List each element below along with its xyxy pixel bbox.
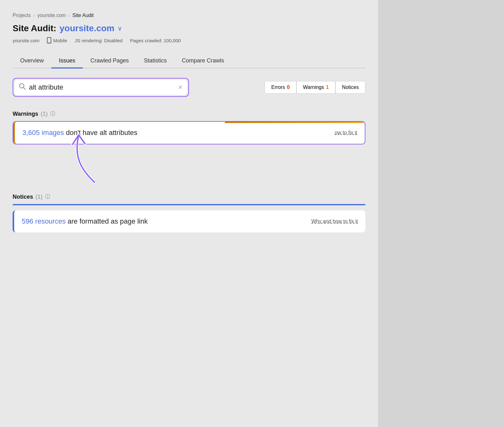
filter-notices[interactable]: Notices bbox=[335, 81, 365, 94]
notices-section-header: Notices (1) ⓘ bbox=[13, 189, 365, 204]
meta-device: Mobile bbox=[47, 37, 67, 44]
warning-fix-link[interactable]: ow to fix it bbox=[335, 130, 357, 136]
warnings-section-label: Warnings bbox=[13, 111, 38, 117]
notices-info-icon[interactable]: ⓘ bbox=[45, 194, 50, 200]
svg-line-3 bbox=[24, 88, 26, 90]
search-box-wrapper: ✕ bbox=[13, 78, 189, 97]
notice-issue-text: 596 resources are formatted as page link bbox=[22, 217, 305, 225]
breadcrumb-projects[interactable]: Projects bbox=[13, 13, 31, 18]
filter-pills: Errors 0 Warnings 1 Notices bbox=[265, 81, 365, 94]
notice-issue-link[interactable]: 596 resources bbox=[22, 217, 66, 225]
breadcrumb: Projects › yoursite.com › Site Audit bbox=[13, 13, 365, 18]
notices-section-label: Notices bbox=[13, 194, 33, 200]
mobile-icon bbox=[47, 37, 51, 44]
device-label: Mobile bbox=[53, 38, 67, 43]
warning-issue-link[interactable]: 3,605 images bbox=[22, 129, 64, 137]
warning-issue-rest: don't have alt attributes bbox=[64, 129, 137, 137]
tab-compare-crawls[interactable]: Compare Crawls bbox=[174, 54, 232, 68]
search-box: ✕ bbox=[14, 80, 187, 95]
warnings-info-icon[interactable]: ⓘ bbox=[50, 111, 55, 117]
page-title-label: Site Audit: bbox=[13, 23, 56, 33]
breadcrumb-sep-1: › bbox=[33, 13, 35, 18]
notice-issue-rest: are formatted as page link bbox=[66, 217, 147, 225]
search-icon bbox=[19, 83, 26, 92]
notices-color-bar bbox=[13, 204, 365, 205]
page-title: Site Audit: yoursite.com ∨ bbox=[13, 23, 365, 33]
tab-crawled-pages[interactable]: Crawled Pages bbox=[83, 54, 136, 68]
meta-site: yoursite.com bbox=[13, 38, 39, 43]
tab-overview[interactable]: Overview bbox=[13, 54, 51, 68]
errors-count: 0 bbox=[287, 85, 290, 90]
warnings-count: 1 bbox=[326, 85, 329, 90]
warning-issue-row: 3,605 images don't have alt attributes o… bbox=[13, 122, 365, 144]
filter-section: ✕ Errors 0 Warnings 1 Notices bbox=[13, 78, 365, 97]
notices-label: Notices bbox=[342, 85, 359, 90]
warning-color-bar bbox=[225, 122, 365, 123]
svg-point-1 bbox=[49, 42, 49, 43]
tab-statistics[interactable]: Statistics bbox=[136, 54, 174, 68]
notice-fix-link[interactable]: Why and how to fix it bbox=[311, 219, 358, 224]
warnings-section-header: Warnings (1) ⓘ bbox=[13, 106, 365, 121]
errors-label: Errors bbox=[271, 85, 285, 90]
filter-errors[interactable]: Errors 0 bbox=[265, 81, 296, 94]
notices-section-count: (1) bbox=[36, 194, 43, 200]
notice-issue-row: 596 resources are formatted as page link… bbox=[13, 210, 365, 232]
warning-issue-wrapper: 3,605 images don't have alt attributes o… bbox=[13, 121, 365, 144]
search-input[interactable] bbox=[29, 83, 175, 91]
tabs-nav: Overview Issues Crawled Pages Statistics… bbox=[13, 54, 365, 68]
site-selector[interactable]: yoursite.com bbox=[60, 23, 114, 33]
warnings-section-count: (1) bbox=[41, 111, 48, 117]
filter-warnings[interactable]: Warnings 1 bbox=[296, 81, 335, 94]
notices-section: Notices (1) ⓘ 596 resources are formatte… bbox=[13, 189, 365, 232]
clear-search-icon[interactable]: ✕ bbox=[178, 84, 183, 91]
warning-issue-highlighted: 3,605 images don't have alt attributes o… bbox=[13, 121, 365, 144]
breadcrumb-site[interactable]: yoursite.com bbox=[37, 13, 66, 18]
tab-issues[interactable]: Issues bbox=[51, 54, 83, 68]
meta-pages-crawled: Pages crawled: 100,000 bbox=[130, 38, 181, 43]
breadcrumb-sep-2: › bbox=[68, 13, 70, 18]
warnings-label: Warnings bbox=[303, 85, 324, 90]
breadcrumb-current: Site Audit bbox=[72, 13, 94, 18]
meta-row: yoursite.com Mobile JS rendering: Disabl… bbox=[13, 37, 365, 44]
site-selector-chevron-icon[interactable]: ∨ bbox=[117, 25, 122, 32]
warning-issue-text: 3,605 images don't have alt attributes bbox=[22, 129, 329, 137]
meta-js-rendering: JS rendering: Disabled bbox=[75, 38, 123, 43]
